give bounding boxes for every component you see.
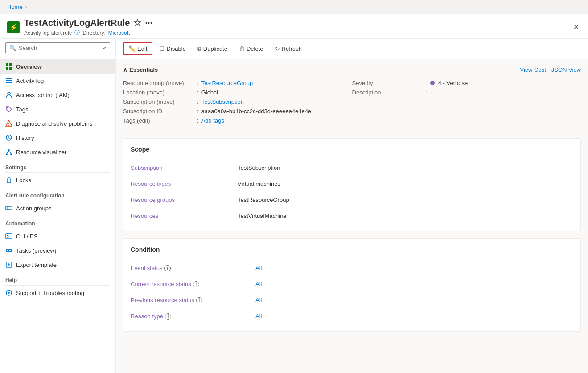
scope-resources-value: TestVirtualMachine — [238, 213, 287, 219]
collapse-icon[interactable]: « — [103, 45, 106, 51]
event-status-label: Event status i — [131, 265, 255, 271]
sidebar-item-tags[interactable]: Tags — [0, 102, 115, 116]
svg-point-10 — [8, 125, 9, 126]
tasks-label: Tasks (preview) — [16, 247, 56, 254]
svg-rect-5 — [6, 80, 12, 81]
sidebar-item-history[interactable]: History — [0, 131, 115, 145]
location-row: Location (move) : Global — [123, 88, 352, 97]
disable-button[interactable]: ☐ Disable — [154, 43, 190, 55]
delete-icon: 🗑 — [239, 45, 245, 52]
json-view-link[interactable]: JSON View — [551, 66, 581, 73]
breadcrumb-home[interactable]: Home — [7, 4, 23, 10]
sidebar-item-export-template[interactable]: Export template — [0, 258, 115, 272]
tags-label: Tags (edit) — [123, 117, 194, 124]
sidebar-item-action-groups[interactable]: Action groups — [0, 201, 115, 215]
support-label: Support + Troubleshooting — [16, 290, 84, 296]
tasks-icon — [5, 247, 12, 254]
duplicate-button[interactable]: ⧉ Duplicate — [193, 43, 232, 55]
view-cost-link[interactable]: View Cost — [520, 66, 546, 73]
action-groups-label: Action groups — [16, 205, 52, 212]
scope-table: Subscription TestSubscription Resource t… — [131, 160, 573, 224]
subscription-id-label: Subscription ID — [123, 108, 194, 115]
activity-log-label: Activity log — [16, 78, 44, 84]
event-status-info-icon: i — [164, 265, 171, 271]
subscription-row: Subscription (move) : TestSubscription — [123, 97, 352, 107]
svg-point-12 — [8, 149, 10, 151]
delete-button[interactable]: 🗑 Delete — [234, 43, 268, 55]
info-icon: ⓘ — [74, 29, 80, 37]
scope-subscription-value: TestSubscription — [238, 164, 280, 171]
diagnose-label: Diagnose and solve problems — [16, 120, 92, 127]
tags-label: Tags — [16, 106, 28, 113]
reason-type-value: All — [255, 313, 262, 320]
sidebar-item-diagnose[interactable]: Diagnose and solve problems — [0, 116, 115, 131]
sidebar-item-activity-log[interactable]: Activity log — [0, 74, 115, 88]
export-template-label: Export template — [16, 262, 57, 268]
resource-group-row: Resource group (move) : TestResourceGrou… — [123, 78, 352, 88]
resource-group-link[interactable]: TestResourceGroup — [201, 80, 253, 86]
description-row: Description : - — [352, 88, 581, 97]
scope-resource-groups-row: Resource groups TestResourceGroup — [131, 192, 573, 208]
scope-resources-label: Resources — [131, 213, 238, 219]
disable-icon: ☐ — [159, 45, 164, 52]
event-status-value: All — [255, 265, 262, 271]
location-label: Location (move) — [123, 89, 194, 96]
svg-line-15 — [7, 151, 9, 153]
automation-section-label: Automation — [0, 215, 115, 229]
scope-resource-groups-value: TestResourceGroup — [238, 197, 289, 203]
resource-group-value: TestResourceGroup — [201, 80, 253, 86]
resource-title: TestActivityLogAlertRule ☆ ··· — [24, 17, 572, 28]
locks-label: Locks — [16, 177, 31, 184]
resource-subtitle: Activity log alert rule ⓘ Directory: Mic… — [24, 29, 572, 37]
more-icon[interactable]: ··· — [145, 18, 152, 28]
refresh-button[interactable]: ↻ Refresh — [270, 43, 307, 55]
edit-button[interactable]: ✏️ Edit — [123, 42, 152, 55]
support-icon — [5, 289, 12, 296]
previous-resource-status-row: Previous resource status i All — [131, 292, 573, 308]
scope-subscription-label: Subscription — [131, 164, 238, 171]
export-template-icon — [5, 261, 12, 268]
sidebar-item-access-control[interactable]: Access control (IAM) — [0, 88, 115, 102]
sidebar-item-support[interactable]: Support + Troubleshooting — [0, 286, 115, 300]
sidebar-item-cli-ps[interactable]: CLI / PS — [0, 229, 115, 243]
help-section-label: Help — [0, 272, 115, 285]
svg-point-23 — [9, 249, 12, 252]
resource-type-label: Activity log alert rule — [24, 30, 72, 36]
resource-group-label: Resource group (move) — [123, 80, 194, 86]
star-icon[interactable]: ☆ — [133, 17, 141, 28]
resource-visualizer-label: Resource visualizer — [16, 149, 66, 156]
scope-resource-groups-label: Resource groups — [131, 197, 238, 203]
sidebar-item-overview[interactable]: Overview — [0, 59, 115, 74]
essentials-left-col: Resource group (move) : TestResourceGrou… — [123, 78, 352, 125]
action-groups-icon — [5, 205, 12, 212]
sidebar-item-locks[interactable]: Locks — [0, 173, 115, 187]
subscription-value: TestSubscription — [201, 98, 244, 105]
severity-row: Severity : 4 - Verbose — [352, 78, 581, 88]
svg-rect-6 — [6, 82, 12, 83]
search-box[interactable]: 🔍 « — [5, 42, 110, 53]
reason-type-info-icon: i — [165, 313, 171, 320]
svg-rect-17 — [7, 180, 11, 183]
tags-edit-link[interactable]: (edit) — [137, 117, 150, 124]
svg-rect-4 — [6, 78, 12, 79]
sidebar-item-resource-visualizer[interactable]: Resource visualizer — [0, 145, 115, 159]
duplicate-icon: ⧉ — [197, 45, 201, 53]
sidebar-search-area: 🔍 « — [0, 39, 115, 57]
subscription-label: Subscription (move) — [123, 98, 194, 105]
sidebar-item-tasks[interactable]: Tasks (preview) — [0, 243, 115, 258]
subscription-move-link[interactable]: (move) — [156, 98, 174, 105]
search-input[interactable] — [19, 45, 100, 51]
activity-log-icon — [5, 77, 12, 84]
directory-label: Directory: — [82, 30, 105, 36]
breadcrumb-chevron: › — [25, 4, 27, 10]
svg-point-13 — [6, 153, 8, 155]
sidebar: 🔍 « Overview Activity log — [0, 39, 116, 373]
close-button[interactable]: ✕ — [572, 21, 581, 33]
history-label: History — [16, 135, 34, 141]
location-move-link[interactable]: (move) — [147, 89, 164, 96]
resource-group-move-link[interactable]: (move) — [166, 80, 184, 86]
subscription-link[interactable]: TestSubscription — [201, 98, 244, 105]
svg-point-7 — [8, 92, 10, 95]
add-tags-link[interactable]: Add tags — [201, 117, 224, 124]
access-control-icon — [5, 91, 12, 98]
